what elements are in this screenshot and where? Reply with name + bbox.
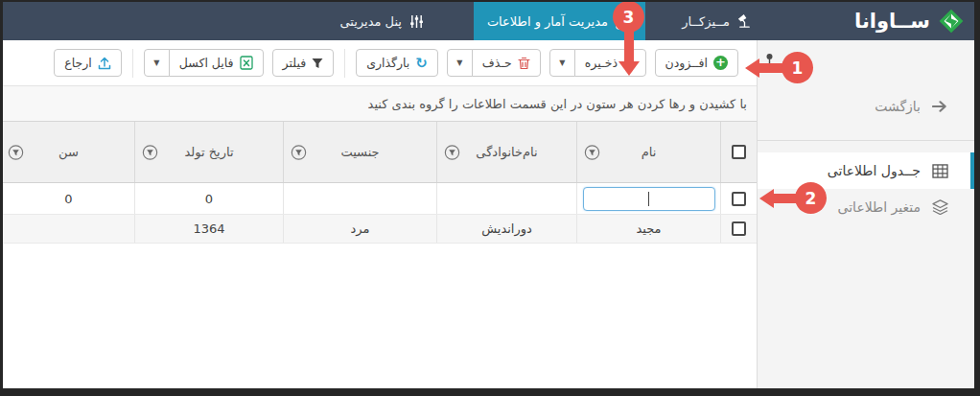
save-button-group: ✓ ذخـیره ▼ (549, 49, 646, 77)
table-row-editing: 0 0 (3, 183, 757, 215)
column-header-label: نام‌خانوادگی (476, 145, 537, 159)
app-window: ســاوانا مــیزکــار مدیریت آمار و اطلاعا… (3, 2, 974, 388)
row-checkbox-cell (720, 183, 757, 214)
nav-tab-label: مدیریت آمار و اطلاعات (487, 14, 608, 29)
column-header-label: سن (58, 145, 79, 159)
delete-button-label: حـذف (482, 56, 512, 70)
filter-button-label: فیلتر (283, 56, 307, 70)
cell-birthdate: 1364 (134, 215, 283, 243)
column-header-label: نام (642, 145, 657, 159)
nav-tab-admin-panel[interactable]: پنل مدیریتی (327, 2, 437, 40)
chevron-down-icon: ▼ (559, 58, 565, 67)
grid-table-icon (932, 164, 948, 178)
nav-tab-label: مــیزکــار (682, 14, 730, 29)
desk-lamp-icon (737, 14, 752, 29)
add-button[interactable]: + افــزودن (655, 49, 738, 77)
top-navbar: ســاوانا مــیزکــار مدیریت آمار و اطلاعا… (3, 2, 974, 40)
chevron-down-icon: ▼ (456, 58, 462, 67)
chevron-down-icon: ▼ (153, 58, 159, 67)
grid-toolbar: + افــزودن ✓ ذخـیره ▼ حـذف (3, 40, 757, 86)
select-all-checkbox[interactable] (732, 145, 746, 159)
pin-icon[interactable] (764, 53, 775, 65)
add-button-label: افــزودن (665, 56, 708, 70)
sidebar-divider (758, 140, 974, 141)
cell-name (576, 183, 720, 214)
layers-icon (932, 199, 948, 215)
row-checkbox-cell (720, 215, 757, 243)
delete-button[interactable]: حـذف (472, 49, 541, 77)
funnel-circle-icon[interactable] (584, 144, 600, 160)
sidebar-item-label: متغیر اطلاعاتی (838, 199, 921, 215)
sidebar-item-label: بازگشت (875, 99, 921, 114)
cell-lastname: دوراندیش (436, 215, 576, 243)
save-button[interactable]: ✓ ذخـیره (574, 49, 646, 77)
excel-file-icon (240, 56, 253, 70)
column-header-name[interactable]: نام (576, 122, 720, 182)
funnel-circle-icon[interactable] (8, 144, 24, 160)
nav-tab-label: پنل مدیریتی (340, 14, 402, 29)
delete-dropdown-button[interactable]: ▼ (447, 49, 473, 77)
refresh-icon: ↻ (415, 55, 428, 72)
nav-tab-desk[interactable]: مــیزکــار (668, 2, 765, 40)
toolbar-divider (344, 49, 345, 78)
group-by-hint: با کشیدن و رها کردن هر ستون در این قسمت … (3, 86, 757, 122)
save-dropdown-button[interactable]: ▼ (549, 49, 575, 77)
column-header-birthdate[interactable]: تاریخ تولد (134, 122, 283, 182)
column-header-age[interactable]: سن (3, 122, 134, 182)
column-header-gender[interactable]: جنسیت (283, 122, 436, 182)
funnel-circle-icon[interactable] (291, 144, 307, 160)
row-checkbox[interactable] (732, 221, 746, 236)
load-button[interactable]: ↻ بارگذاری (356, 49, 438, 77)
cell-lastname (436, 183, 576, 214)
table-row: مجید دوراندیش مرد 1364 (3, 215, 757, 244)
table-header-row: نام نام‌خانوادگی جنسیت (3, 122, 757, 183)
cell-age (3, 215, 134, 243)
sidebar-item-data-variable[interactable]: متغیر اطلاعاتی (758, 189, 974, 225)
main-content: + افــزودن ✓ ذخـیره ▼ حـذف (3, 40, 757, 388)
cell-age: 0 (3, 183, 134, 214)
trash-icon (518, 57, 530, 70)
cell-gender (283, 183, 436, 214)
check-icon: ✓ (623, 55, 636, 72)
delete-button-group: حـذف ▼ (447, 49, 541, 77)
savana-diamond-icon (938, 8, 965, 35)
refer-button-label: ارجاع (64, 56, 92, 70)
arrow-right-icon (932, 100, 948, 113)
nav-tab-statistics[interactable]: مدیریت آمار و اطلاعات (474, 2, 645, 40)
funnel-icon (312, 58, 323, 69)
excel-button-label: فایل اکسل (179, 56, 234, 70)
name-input[interactable] (583, 187, 715, 211)
funnel-circle-icon[interactable] (142, 144, 158, 160)
brand-name: ســاوانا (854, 10, 930, 33)
excel-button-group: فایل اکسل ▼ (144, 49, 264, 77)
text-caret (648, 192, 649, 206)
sidebar-item-back[interactable]: بازگشت (758, 88, 974, 125)
row-checkbox[interactable] (732, 192, 746, 206)
excel-button[interactable]: فایل اکسل (169, 49, 264, 77)
sidebar-item-data-table[interactable]: جــدول اطلاعاتی (758, 152, 974, 189)
header-checkbox-cell (720, 122, 757, 182)
refer-button[interactable]: ارجاع (54, 49, 122, 77)
save-button-label: ذخـیره (585, 56, 618, 70)
cell-gender: مرد (283, 215, 436, 243)
active-item-accent-bar (970, 152, 974, 189)
column-header-label: تاریخ تولد (184, 145, 233, 159)
sidebar-item-label: جــدول اطلاعاتی (828, 163, 921, 178)
right-sidebar: بازگشت جــدول اطلاعاتی متغیر اطلاعاتی (757, 40, 974, 388)
toolbar-divider (132, 49, 133, 78)
upload-icon (98, 57, 111, 70)
bar-chart-icon (616, 13, 632, 30)
filter-button[interactable]: فیلتر (272, 49, 335, 77)
plus-circle-icon: + (713, 56, 728, 70)
funnel-circle-icon[interactable] (444, 144, 460, 160)
cell-name: مجید (576, 215, 720, 243)
load-button-label: بارگذاری (366, 56, 409, 70)
excel-dropdown-button[interactable]: ▼ (144, 49, 170, 77)
cell-birthdate: 0 (134, 183, 283, 214)
brand-logo[interactable]: ســاوانا (854, 2, 965, 40)
column-header-lastname[interactable]: نام‌خانوادگی (436, 122, 576, 182)
sliders-icon (409, 14, 424, 29)
column-header-label: جنسیت (340, 145, 379, 159)
